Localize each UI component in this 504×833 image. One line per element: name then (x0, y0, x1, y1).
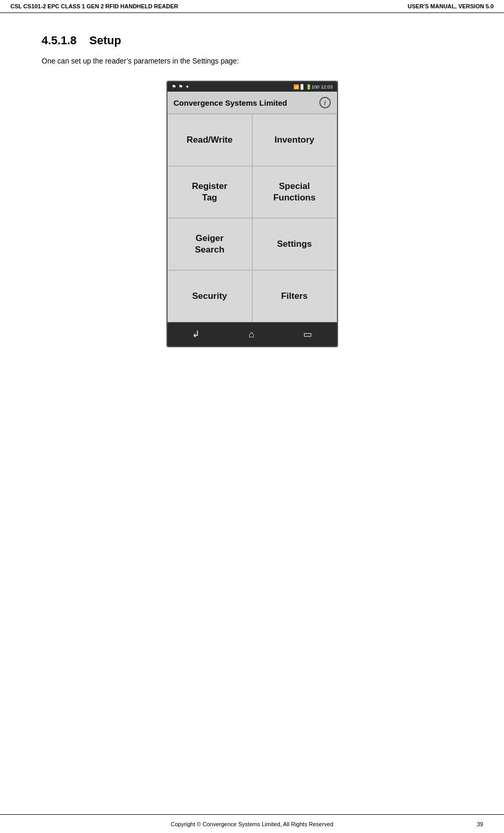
menu-filters-label: Filters (281, 291, 307, 302)
info-button[interactable]: i (319, 97, 331, 108)
menu-settings[interactable]: Settings (252, 218, 337, 270)
menu-read-write-label: Read/Write (187, 134, 233, 146)
status-bar: ⚑ ⚑ ✦ 📶 ▊ 🔋100 12:03 (167, 82, 337, 92)
app-header: Convergence Systems Limited i (167, 92, 337, 114)
menu-geiger-search-label: GeigerSearch (195, 233, 225, 256)
wifi-icon: 📶 (293, 84, 299, 90)
section-title-text: Setup (89, 34, 121, 47)
section-number: 4.5.1.8 (42, 34, 76, 47)
footer-page-number: 39 (477, 821, 483, 827)
menu-settings-label: Settings (277, 238, 312, 250)
menu-security-label: Security (192, 291, 227, 302)
back-button[interactable]: ↲ (182, 326, 210, 342)
menu-geiger-search[interactable]: GeigerSearch (167, 218, 252, 270)
warning-icon: ⚑ (172, 84, 176, 90)
document-footer: Copyright © Convergence Systems Limited,… (0, 814, 504, 833)
page-content: 4.5.1.8 Setup One can set up the reader’… (0, 13, 504, 389)
menu-register-tag-label: RegisterTag (192, 181, 227, 204)
menu-special-functions-label: SpecialFunctions (273, 181, 315, 204)
menu-security[interactable]: Security (167, 270, 252, 322)
phone-screenshot-container: ⚑ ⚑ ✦ 📶 ▊ 🔋100 12:03 Convergence Systems… (42, 81, 462, 347)
app-title: Convergence Systems Limited (174, 98, 287, 107)
menu-read-write[interactable]: Read/Write (167, 114, 252, 166)
bottom-navigation: ↲ ⌂ ▭ (167, 322, 337, 346)
flag-icon: ⚑ (178, 84, 183, 90)
menu-inventory[interactable]: Inventory (252, 114, 337, 166)
menu-register-tag[interactable]: RegisterTag (167, 166, 252, 218)
header-right-title: USER'S MANUAL, VERSION 5.0 (408, 3, 494, 9)
header-left-title: CSL CS101-2 EPC CLASS 1 GEN 2 RFID HANDH… (10, 3, 178, 9)
time-display: 12:03 (321, 84, 333, 90)
status-bar-right-icons: 📶 ▊ 🔋100 12:03 (293, 84, 333, 90)
signal-icon: ▊ (301, 84, 304, 90)
menu-filters[interactable]: Filters (252, 270, 337, 322)
home-button[interactable]: ⌂ (238, 327, 265, 342)
menu-special-functions[interactable]: SpecialFunctions (252, 166, 337, 218)
document-header: CSL CS101-2 EPC CLASS 1 GEN 2 RFID HANDH… (0, 0, 504, 13)
status-bar-left-icons: ⚑ ⚑ ✦ (172, 84, 189, 90)
recent-apps-button[interactable]: ▭ (293, 326, 322, 342)
footer-copyright: Copyright © Convergence Systems Limited,… (171, 821, 333, 827)
star-icon: ✦ (185, 84, 189, 90)
menu-grid: Read/Write Inventory RegisterTag Special… (167, 114, 337, 322)
section-heading: 4.5.1.8 Setup (42, 34, 462, 47)
phone-mockup: ⚑ ⚑ ✦ 📶 ▊ 🔋100 12:03 Convergence Systems… (166, 81, 338, 347)
battery-icon: 🔋100 (306, 84, 319, 90)
section-description: One can set up the reader’s parameters i… (42, 57, 462, 65)
menu-inventory-label: Inventory (275, 134, 315, 146)
